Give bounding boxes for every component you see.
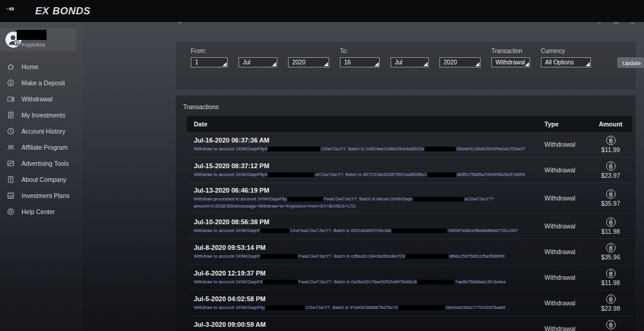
svg-text:$: $ xyxy=(10,81,12,85)
redacted-text xyxy=(265,305,305,310)
redacted-text xyxy=(392,228,447,233)
transaction-type: Withdrawal xyxy=(544,222,589,230)
sidebar-item-advertising-tools[interactable]: Advertising Tools xyxy=(0,155,81,171)
to-month-select[interactable]: Jul xyxy=(391,57,429,67)
sidebar-item-withdrawal[interactable]: Withdrawal xyxy=(0,91,81,107)
transaction-date: Jul-15-2020 08:37:12 PM xyxy=(194,162,544,169)
amount-value: $11.98 xyxy=(601,279,620,286)
detail-text: db55175b65a74904f4b26c97a554 xyxy=(457,172,525,177)
detail-text: Withdraw to account 1KNH2aqnF8y4 xyxy=(194,172,267,177)
svg-text:B: B xyxy=(609,219,613,225)
transaction-detail: Withdraw to account 1KNH2aqnF8y4wCGw7Jsc… xyxy=(194,171,544,178)
detail-text: CGw7JscY7. Batch is 2c6f24ee2c88d19cb4dd… xyxy=(321,146,424,151)
sidebar-item-home[interactable]: Home xyxy=(0,58,81,75)
transaction-amount: B $35.97 xyxy=(589,189,632,207)
sidebar-item-label: Investment Plans xyxy=(21,192,70,199)
bitcoin-icon: B xyxy=(606,320,616,330)
detail-text: 05a4ef1139d62f443f9e0dc705acf7 xyxy=(456,146,525,151)
transaction-amount: B $35.96 xyxy=(589,243,632,261)
transaction-detail: Withdraw to account 1KNH2aqnF8y4CGw7JscY… xyxy=(194,146,544,153)
transaction-detail: Withdraw to account 1KNH2aqnF1XoFwaCGw7J… xyxy=(194,227,544,234)
detail-text: FwaCGw7JscY7. Batch is bitcoin:1KNH2aqn xyxy=(324,196,413,202)
table-row: Jul-6-2020 12:19:37 PM Withdraw to accou… xyxy=(187,265,632,290)
table-body: Jul-16-2020 06:37:36 AM Withdraw to acco… xyxy=(187,132,632,331)
deposit-icon: $ xyxy=(7,79,15,87)
amount-value: $35.96 xyxy=(601,253,620,261)
redacted-text xyxy=(268,172,314,177)
sidebar-item-account-history[interactable]: Account History xyxy=(0,123,81,139)
svg-text:B: B xyxy=(609,271,613,277)
sidebar-item-label: Home xyxy=(21,63,38,70)
column-type: Type xyxy=(544,120,589,128)
currency-label: Currency xyxy=(541,48,591,57)
sidebar-item-affiliate-program[interactable]: Affiliate Program xyxy=(0,139,81,155)
amount-value: $23.98 xyxy=(601,305,620,312)
filter-panel: From: 1 Jul 2020 To: 16 Jul 2020 Transac… xyxy=(176,42,636,89)
table-row: Jul-15-2020 08:37:12 PM Withdraw to acco… xyxy=(187,157,632,183)
redacted-text xyxy=(261,228,289,233)
transaction-type: Withdrawal xyxy=(544,299,589,307)
transaction-date: Jul-5-2020 04:02:58 PM xyxy=(194,295,544,302)
home-icon xyxy=(7,63,15,71)
detail-text: FwaCGw7JscY7. Batch is cd5ed2c184c6e65ed… xyxy=(298,253,405,259)
sidebar-item-investment-plans[interactable]: Investment Plans xyxy=(0,187,81,203)
to-year-select[interactable]: 2020 xyxy=(439,57,481,67)
sidebar-item-make-a-deposit[interactable]: $Make a Deposit xyxy=(0,75,81,91)
transaction-amount: B $11.98 xyxy=(589,217,632,235)
to-day-select[interactable]: 16 xyxy=(340,57,380,67)
sidebar-item-label: Withdrawal xyxy=(21,95,52,103)
transaction-detail: Withdraw to account 1KNH2aqnFFwaCGw7JscY… xyxy=(194,253,544,260)
bitcoin-icon: B xyxy=(606,243,616,253)
bitcoin-icon: B xyxy=(606,217,616,227)
bitcoin-icon: B xyxy=(606,294,616,304)
bitcoin-icon: B xyxy=(606,135,616,146)
from-year-select[interactable]: 2020 xyxy=(288,57,329,67)
top-bar: $ EX BONDS xyxy=(0,0,644,22)
app-logo[interactable]: $ EX BONDS xyxy=(6,5,91,18)
detail-text: Withdraw processed to account 1KNH2aqnF8… xyxy=(194,196,287,202)
transaction-type: Withdrawal xyxy=(544,325,589,331)
transaction-type: Withdrawal xyxy=(544,166,589,174)
user-profile[interactable]: $ Kryptokox xyxy=(0,28,76,51)
from-month-select[interactable]: Jul xyxy=(239,57,277,67)
detail-text: 7ae8b75b88adc3f13a4ee xyxy=(455,279,506,284)
detail-text: amount=0.00387690&message=Withdraw+to+Kr… xyxy=(194,203,357,209)
redacted-text xyxy=(428,172,456,177)
detail-text: 7df98f7e68ce5fe8dd8bbd7151c007 xyxy=(447,228,518,233)
transaction-type-select[interactable]: Withdrawal xyxy=(491,57,530,67)
transactions-panel: Transactions Date Type Amount Jul-16-202… xyxy=(176,95,636,331)
flying-money-icon: $ xyxy=(6,5,33,18)
svg-text:B: B xyxy=(609,191,613,197)
transaction-amount: B $11.99 xyxy=(589,135,632,153)
sidebar-item-help-center[interactable]: Help Center xyxy=(0,203,81,219)
username: Kryptokox xyxy=(21,42,45,48)
detail-text: 1XoFwaCGw7JscY7. Batch is 45316ddbf37c5e… xyxy=(290,228,391,233)
detail-text: 06e94a19b0c77701f9376adbf xyxy=(445,305,505,310)
plans-icon xyxy=(7,191,15,200)
table-row: Jul-5-2020 04:02:58 PM Withdraw to accou… xyxy=(187,290,632,316)
transaction-date: Jul-3-2020 09:00:59 AM xyxy=(194,321,544,328)
sidebar-item-about-company[interactable]: About Company xyxy=(0,171,81,187)
svg-text:B: B xyxy=(609,138,613,144)
transaction-date: Jul-16-2020 06:37:36 AM xyxy=(194,137,544,144)
column-date: Date xyxy=(194,120,544,128)
svg-text:B: B xyxy=(609,296,613,302)
to-label: To: xyxy=(340,48,380,57)
transaction-date: Jul-13-2020 06:46:19 PM xyxy=(194,187,544,194)
sidebar-item-label: Affiliate Program xyxy=(21,144,67,151)
redacted-text xyxy=(268,147,320,151)
advertising-icon xyxy=(7,159,15,168)
sidebar-item-label: Help Center xyxy=(21,208,55,215)
from-day-select[interactable]: 1 xyxy=(191,57,228,67)
update-button[interactable]: Update xyxy=(617,57,644,68)
investments-icon xyxy=(7,111,15,119)
sidebar-item-label: Account History xyxy=(21,128,66,135)
about-icon xyxy=(7,175,15,184)
sidebar-item-my-investments[interactable]: My Investments xyxy=(0,107,81,123)
history-icon xyxy=(7,127,15,135)
redacted-text xyxy=(398,305,445,310)
currency-select[interactable]: All Options xyxy=(541,57,591,67)
redacted-username xyxy=(17,30,47,40)
transaction-amount: B $11.98 xyxy=(589,320,632,331)
transaction-detail: Withdraw to account 1KNH2aqnF8FwaCGw7Jsc… xyxy=(194,279,544,286)
